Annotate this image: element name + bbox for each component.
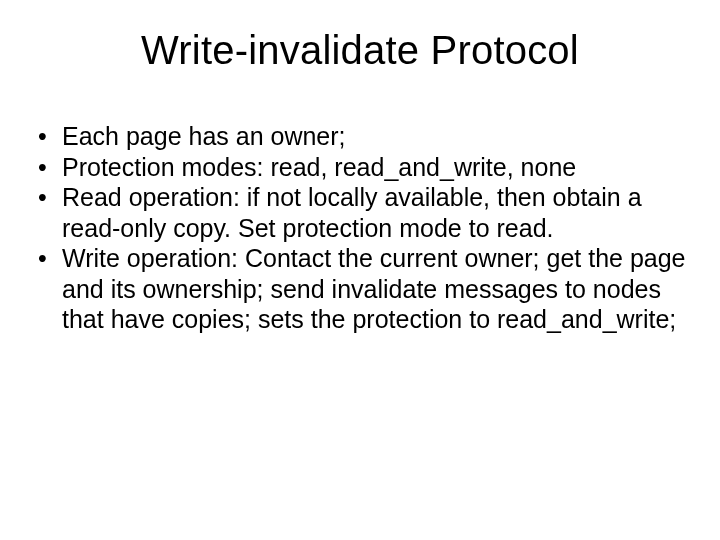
list-item: Read operation: if not locally available…	[32, 182, 688, 243]
list-item: Each page has an owner;	[32, 121, 688, 152]
slide: Write-invalidate Protocol Each page has …	[0, 0, 720, 540]
slide-title: Write-invalidate Protocol	[32, 28, 688, 73]
list-item: Protection modes: read, read_and_write, …	[32, 152, 688, 183]
list-item: Write operation: Contact the current own…	[32, 243, 688, 335]
bullet-list: Each page has an owner; Protection modes…	[32, 121, 688, 335]
